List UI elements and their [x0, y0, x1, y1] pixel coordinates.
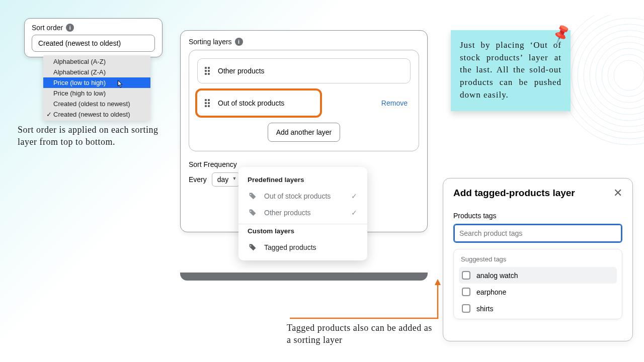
sort-frequency-title: Sort Frequency — [189, 160, 237, 168]
tag-option-label: earphone — [476, 288, 506, 296]
caption-tagged-products: Tagged products also can be added as a s… — [287, 322, 438, 346]
sort-order-title: Sort order — [32, 24, 63, 32]
drag-handle-icon[interactable] — [205, 99, 210, 107]
checkbox[interactable] — [462, 271, 470, 280]
frequency-select[interactable]: day ▼ — [212, 172, 240, 187]
menu-item-tagged-products[interactable]: Tagged products — [246, 239, 360, 255]
svg-point-3 — [596, 42, 644, 109]
tag-icon — [249, 208, 257, 217]
svg-point-2 — [602, 48, 644, 103]
sort-order-select[interactable]: Created (newest to oldest) — [32, 35, 155, 52]
svg-point-1 — [608, 54, 644, 97]
tag-icon — [249, 192, 257, 200]
tag-option[interactable]: analog watch — [459, 267, 617, 284]
info-icon[interactable]: i — [66, 24, 74, 32]
menu-item-label: Tagged products — [264, 243, 316, 251]
sorting-layers-title: Sorting layers — [189, 38, 232, 46]
annotation-arrow-icon — [285, 279, 446, 324]
custom-layers-heading: Custom layers — [248, 227, 358, 235]
menu-item-other-products[interactable]: Other products ✓ — [246, 204, 360, 221]
svg-point-4 — [590, 36, 644, 115]
dropdown-option[interactable]: ✓Created (newest to oldest) — [43, 109, 150, 120]
svg-point-7 — [572, 18, 644, 133]
sort-order-card: Sort order i Created (newest to oldest) … — [24, 18, 163, 57]
sticky-note-text: Just by placing ‘Out of stock products’ … — [460, 39, 561, 101]
tag-option-label: analog watch — [476, 272, 518, 280]
suggested-tags-heading: Suggested tags — [461, 255, 615, 263]
sorting-layers-list: Other products Out of stock products Rem… — [189, 50, 419, 151]
close-icon[interactable]: ✕ — [613, 188, 622, 199]
svg-point-9 — [559, 15, 644, 145]
dropdown-option[interactable]: Price (high to low) — [43, 88, 150, 99]
tag-option-label: shirts — [476, 305, 493, 313]
suggested-tags-panel: Suggested tags analog watch earphone shi… — [453, 249, 622, 319]
dropdown-option[interactable]: Alphabetical (A-Z) — [43, 56, 150, 67]
menu-item-label: Out of stock products — [264, 192, 331, 200]
menu-item-out-of-stock[interactable]: Out of stock products ✓ — [246, 188, 360, 204]
tag-icon — [249, 243, 257, 251]
layer-label: Other products — [218, 67, 265, 75]
dropdown-option[interactable]: Price (low to high) — [43, 77, 150, 88]
checkbox[interactable] — [462, 288, 470, 296]
svg-point-0 — [614, 60, 644, 90]
products-tags-label: Products tags — [453, 212, 622, 220]
info-icon[interactable]: i — [235, 38, 243, 46]
chevron-down-icon: ▼ — [232, 176, 236, 181]
svg-point-5 — [584, 30, 644, 121]
menu-item-label: Other products — [264, 209, 311, 217]
remove-layer-link[interactable]: Remove — [381, 99, 408, 107]
dropdown-option[interactable]: Created (oldest to newest) — [43, 99, 150, 109]
check-icon: ✓ — [351, 192, 357, 200]
menu-separator — [238, 224, 367, 224]
drag-handle-icon[interactable] — [205, 67, 210, 75]
svg-point-6 — [578, 24, 644, 127]
checkbox[interactable] — [462, 304, 470, 313]
product-tags-search-input[interactable] — [453, 224, 622, 243]
tag-option[interactable]: earphone — [459, 284, 617, 300]
layer-row[interactable]: Other products — [197, 58, 411, 83]
card-shadow — [180, 273, 428, 281]
caption-sort-order: Sort order is applied on each sorting la… — [18, 124, 174, 148]
modal-title: Add tagged-products layer — [453, 188, 575, 199]
tagged-products-modal: Add tagged-products layer ✕ Products tag… — [443, 178, 633, 341]
every-label: Every — [189, 175, 207, 184]
sticky-note: Just by placing ‘Out of stock products’ … — [451, 30, 571, 111]
frequency-value: day — [217, 175, 229, 184]
layer-label: Out of stock products — [218, 99, 284, 107]
check-icon: ✓ — [351, 209, 357, 217]
dropdown-option[interactable]: Alphabetical (Z-A) — [43, 67, 150, 77]
sort-order-selected-value: Created (newest to oldest) — [38, 39, 121, 47]
layer-row-out-of-stock[interactable]: Out of stock products — [197, 90, 320, 116]
add-layer-button[interactable]: Add another layer — [268, 123, 341, 142]
predefined-layers-heading: Predefined layers — [248, 176, 358, 184]
add-layer-menu: Predefined layers Out of stock products … — [238, 167, 367, 260]
svg-point-8 — [566, 15, 644, 139]
tag-option[interactable]: shirts — [459, 300, 617, 317]
sort-order-dropdown: Alphabetical (A-Z) Alphabetical (Z-A) Pr… — [43, 55, 150, 121]
check-icon: ✓ — [46, 111, 52, 118]
